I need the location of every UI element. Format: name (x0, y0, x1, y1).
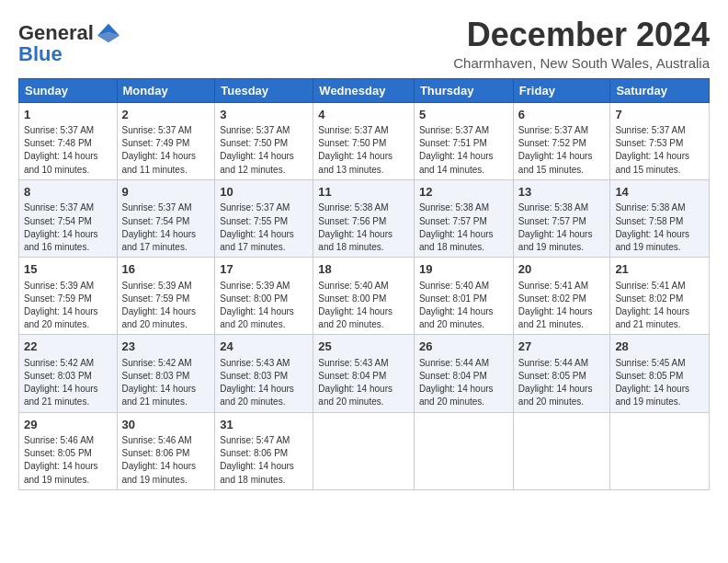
calendar-cell: 17Sunrise: 5:39 AMSunset: 8:00 PMDayligh… (215, 258, 313, 335)
day-number: 17 (220, 261, 308, 278)
calendar-cell: 5Sunrise: 5:37 AMSunset: 7:51 PMDaylight… (414, 102, 513, 179)
calendar-cell: 20Sunrise: 5:41 AMSunset: 8:02 PMDayligh… (513, 258, 610, 335)
day-number: 18 (318, 261, 409, 278)
day-number: 21 (615, 261, 704, 278)
day-number: 1 (24, 107, 112, 123)
calendar-cell: 28Sunrise: 5:45 AMSunset: 8:05 PMDayligh… (610, 335, 710, 412)
day-number: 11 (318, 184, 409, 201)
day-number: 12 (419, 184, 508, 201)
day-info: Sunrise: 5:37 AMSunset: 7:49 PMDaylight:… (122, 125, 197, 175)
day-number: 24 (220, 339, 308, 355)
calendar-cell (513, 412, 610, 489)
calendar-cell (610, 412, 710, 489)
day-number: 26 (419, 339, 508, 355)
calendar-cell: 27Sunrise: 5:44 AMSunset: 8:05 PMDayligh… (513, 335, 610, 412)
calendar-cell: 3Sunrise: 5:37 AMSunset: 7:50 PMDaylight… (215, 102, 313, 179)
day-info: Sunrise: 5:42 AMSunset: 8:03 PMDaylight:… (122, 358, 197, 408)
day-info: Sunrise: 5:42 AMSunset: 8:03 PMDaylight:… (24, 358, 98, 408)
calendar-cell: 6Sunrise: 5:37 AMSunset: 7:52 PMDaylight… (513, 102, 610, 179)
calendar-header-row: Sunday Monday Tuesday Wednesday Thursday… (19, 78, 710, 102)
calendar: Sunday Monday Tuesday Wednesday Thursday… (18, 78, 710, 490)
logo-icon (96, 20, 121, 46)
title-area: December 2024 Charmhaven, New South Wale… (453, 17, 710, 71)
calendar-cell: 1Sunrise: 5:37 AMSunset: 7:48 PMDaylight… (19, 102, 118, 179)
calendar-cell: 21Sunrise: 5:41 AMSunset: 8:02 PMDayligh… (610, 258, 710, 335)
day-info: Sunrise: 5:37 AMSunset: 7:54 PMDaylight:… (24, 202, 98, 252)
day-number: 7 (615, 107, 704, 123)
calendar-cell: 22Sunrise: 5:42 AMSunset: 8:03 PMDayligh… (19, 335, 118, 412)
calendar-cell: 16Sunrise: 5:39 AMSunset: 7:59 PMDayligh… (117, 258, 215, 335)
day-info: Sunrise: 5:40 AMSunset: 8:00 PMDaylight:… (318, 281, 392, 330)
calendar-cell: 19Sunrise: 5:40 AMSunset: 8:01 PMDayligh… (414, 258, 513, 335)
location-subtitle: Charmhaven, New South Wales, Australia (453, 55, 710, 71)
day-number: 4 (318, 107, 409, 123)
col-friday: Friday (513, 78, 610, 102)
day-info: Sunrise: 5:43 AMSunset: 8:04 PMDaylight:… (318, 358, 392, 408)
day-number: 3 (220, 107, 308, 123)
week-row-3: 15Sunrise: 5:39 AMSunset: 7:59 PMDayligh… (19, 258, 710, 335)
day-number: 27 (518, 339, 606, 355)
day-number: 8 (24, 184, 112, 201)
week-row-2: 8Sunrise: 5:37 AMSunset: 7:54 PMDaylight… (19, 179, 710, 257)
day-info: Sunrise: 5:37 AMSunset: 7:50 PMDaylight:… (318, 125, 392, 175)
week-row-4: 22Sunrise: 5:42 AMSunset: 8:03 PMDayligh… (19, 335, 710, 412)
calendar-cell: 29Sunrise: 5:46 AMSunset: 8:05 PMDayligh… (19, 412, 118, 489)
day-info: Sunrise: 5:39 AMSunset: 8:00 PMDaylight:… (220, 281, 294, 330)
day-info: Sunrise: 5:37 AMSunset: 7:55 PMDaylight:… (220, 202, 294, 252)
day-number: 20 (518, 261, 606, 278)
day-number: 22 (24, 339, 112, 355)
day-info: Sunrise: 5:46 AMSunset: 8:05 PMDaylight:… (24, 435, 98, 485)
day-number: 6 (518, 107, 606, 123)
calendar-cell: 26Sunrise: 5:44 AMSunset: 8:04 PMDayligh… (414, 335, 513, 412)
day-number: 15 (24, 261, 112, 278)
day-number: 2 (122, 107, 210, 123)
calendar-cell: 23Sunrise: 5:42 AMSunset: 8:03 PMDayligh… (117, 335, 215, 412)
col-saturday: Saturday (610, 78, 710, 102)
col-monday: Monday (117, 78, 215, 102)
col-tuesday: Tuesday (215, 78, 313, 102)
day-info: Sunrise: 5:38 AMSunset: 7:57 PMDaylight:… (419, 202, 494, 252)
calendar-cell: 30Sunrise: 5:46 AMSunset: 8:06 PMDayligh… (117, 412, 215, 489)
logo: General Blue (18, 20, 121, 66)
day-number: 9 (122, 184, 210, 201)
day-info: Sunrise: 5:40 AMSunset: 8:01 PMDaylight:… (419, 281, 494, 330)
day-info: Sunrise: 5:37 AMSunset: 7:51 PMDaylight:… (419, 125, 494, 175)
calendar-cell: 31Sunrise: 5:47 AMSunset: 8:06 PMDayligh… (215, 412, 313, 489)
calendar-cell: 15Sunrise: 5:39 AMSunset: 7:59 PMDayligh… (19, 258, 118, 335)
calendar-cell: 14Sunrise: 5:38 AMSunset: 7:58 PMDayligh… (610, 179, 710, 257)
day-number: 13 (518, 184, 606, 201)
day-info: Sunrise: 5:38 AMSunset: 7:56 PMDaylight:… (318, 202, 392, 252)
month-title: December 2024 (453, 17, 710, 53)
day-number: 30 (122, 417, 210, 433)
day-info: Sunrise: 5:45 AMSunset: 8:05 PMDaylight:… (615, 358, 689, 408)
col-sunday: Sunday (19, 78, 118, 102)
day-number: 19 (419, 261, 508, 278)
calendar-cell: 13Sunrise: 5:38 AMSunset: 7:57 PMDayligh… (513, 179, 610, 257)
calendar-cell: 8Sunrise: 5:37 AMSunset: 7:54 PMDaylight… (19, 179, 118, 257)
day-number: 28 (615, 339, 704, 355)
day-info: Sunrise: 5:39 AMSunset: 7:59 PMDaylight:… (24, 281, 98, 330)
calendar-cell: 11Sunrise: 5:38 AMSunset: 7:56 PMDayligh… (313, 179, 415, 257)
day-info: Sunrise: 5:41 AMSunset: 8:02 PMDaylight:… (615, 281, 689, 330)
calendar-cell (313, 412, 415, 489)
page: General Blue December 2024 Charmhaven, N… (0, 0, 728, 500)
day-number: 5 (419, 107, 508, 123)
day-number: 16 (122, 261, 210, 278)
day-info: Sunrise: 5:37 AMSunset: 7:53 PMDaylight:… (615, 125, 689, 175)
calendar-cell: 25Sunrise: 5:43 AMSunset: 8:04 PMDayligh… (313, 335, 415, 412)
day-info: Sunrise: 5:37 AMSunset: 7:50 PMDaylight:… (220, 125, 294, 175)
header: General Blue December 2024 Charmhaven, N… (18, 17, 710, 71)
day-number: 25 (318, 339, 409, 355)
week-row-1: 1Sunrise: 5:37 AMSunset: 7:48 PMDaylight… (19, 102, 710, 179)
calendar-cell: 2Sunrise: 5:37 AMSunset: 7:49 PMDaylight… (117, 102, 215, 179)
calendar-cell: 7Sunrise: 5:37 AMSunset: 7:53 PMDaylight… (610, 102, 710, 179)
day-info: Sunrise: 5:38 AMSunset: 7:57 PMDaylight:… (518, 202, 593, 252)
day-info: Sunrise: 5:39 AMSunset: 7:59 PMDaylight:… (122, 281, 197, 330)
day-number: 23 (122, 339, 210, 355)
day-number: 31 (220, 417, 308, 433)
col-thursday: Thursday (414, 78, 513, 102)
week-row-5: 29Sunrise: 5:46 AMSunset: 8:05 PMDayligh… (19, 412, 710, 489)
day-number: 29 (24, 417, 112, 433)
day-info: Sunrise: 5:38 AMSunset: 7:58 PMDaylight:… (615, 202, 689, 252)
calendar-cell (414, 412, 513, 489)
